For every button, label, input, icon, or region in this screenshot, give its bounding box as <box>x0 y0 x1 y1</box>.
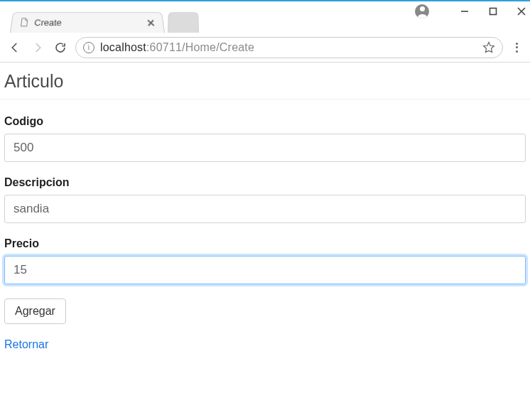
field-descripcion: Descripcion <box>4 176 526 223</box>
menu-icon[interactable] <box>510 41 523 54</box>
forward-button[interactable] <box>30 40 45 55</box>
field-precio: Precio <box>4 237 526 284</box>
address-bar[interactable]: i localhost:60711/Home/Create <box>75 37 503 58</box>
close-window-button[interactable] <box>514 4 529 18</box>
close-icon[interactable] <box>146 18 156 27</box>
back-link[interactable]: Retornar <box>4 338 48 351</box>
reload-button[interactable] <box>53 40 68 55</box>
maximize-button[interactable] <box>486 4 500 18</box>
browser-window: Create <box>0 0 530 420</box>
tab-title: Create <box>34 18 141 28</box>
tab-create[interactable]: Create <box>10 12 165 33</box>
bookmark-icon[interactable] <box>482 41 495 54</box>
account-icon[interactable] <box>415 4 429 18</box>
divider <box>0 99 530 99</box>
titlebar: Create <box>0 1 530 33</box>
label-codigo: Codigo <box>4 115 526 128</box>
submit-button[interactable]: Agregar <box>4 298 66 324</box>
back-button[interactable] <box>7 40 23 55</box>
page-content: Articulo Codigo Descripcion Precio Agreg… <box>0 63 530 420</box>
input-descripcion[interactable] <box>4 195 526 223</box>
input-precio[interactable] <box>4 256 526 284</box>
site-info-icon[interactable]: i <box>83 42 94 53</box>
new-tab-button[interactable] <box>168 12 199 33</box>
label-descripcion: Descripcion <box>4 176 526 189</box>
input-codigo[interactable] <box>4 134 526 162</box>
file-icon <box>18 17 30 28</box>
toolbar: i localhost:60711/Home/Create <box>0 33 530 63</box>
minimize-button[interactable] <box>458 4 472 18</box>
field-codigo: Codigo <box>4 115 526 162</box>
window-controls <box>415 4 529 18</box>
tabstrip: Create <box>0 1 199 33</box>
page-title: Articulo <box>4 71 526 92</box>
label-precio: Precio <box>4 237 526 250</box>
svg-rect-0 <box>490 9 497 15</box>
url-text: localhost:60711/Home/Create <box>100 41 254 54</box>
